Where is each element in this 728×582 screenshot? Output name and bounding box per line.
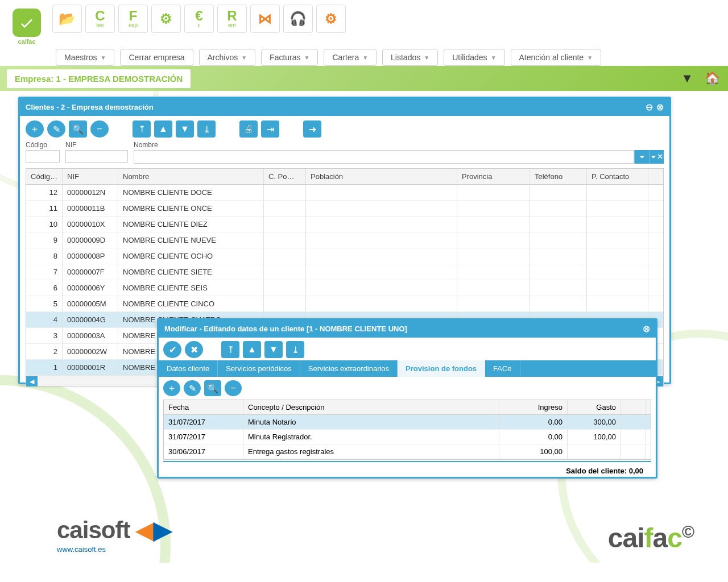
modal-last-button[interactable]: ⤓ (286, 341, 304, 358)
top-icon-4[interactable]: €c (184, 5, 214, 33)
tab-provision-de-fondos[interactable]: Provision de fondos (398, 360, 485, 377)
tab-servicios-periódicos[interactable]: Servicios periódicos (218, 360, 300, 377)
table-row[interactable]: 800000008PNOMBRE CLIENTE OCHO (26, 248, 663, 264)
col-header[interactable]: Nombre (118, 169, 264, 184)
filter-button[interactable]: ⏷ (634, 150, 649, 164)
col-header[interactable]: Población (306, 169, 457, 184)
table-row[interactable]: 600000006YNOMBRE CLIENTE SEIS (26, 280, 663, 296)
nombre-input[interactable] (134, 150, 634, 164)
inner-col-header[interactable]: Gasto (568, 400, 621, 414)
inner-table-row[interactable]: 30/06/2017Entrega gastos registrales100,… (164, 444, 651, 459)
edit-button[interactable]: ✎ (47, 120, 65, 138)
col-header[interactable]: Provincia (457, 169, 530, 184)
menu-cartera[interactable]: Cartera▼ (324, 49, 377, 66)
clear-filter-button[interactable]: ⏷✕ (649, 150, 664, 164)
tab-face[interactable]: FACe (485, 360, 520, 377)
tab-servicios-extraordinarios[interactable]: Servicios extraordinarios (300, 360, 398, 377)
top-icon-3[interactable]: ⚙ (151, 5, 181, 33)
app-logo: caifac (5, 5, 49, 49)
caisoft-logo: caisoft ◀▶ www.caisoft.es (57, 516, 171, 554)
modal-prev-button[interactable]: ▲ (243, 341, 261, 358)
modal-first-button[interactable]: ⤒ (221, 341, 239, 358)
print-button[interactable]: 🖨 (239, 120, 258, 138)
saldo-label: Saldo del cliente: 0,00 (163, 461, 651, 480)
close-icon[interactable]: ⊗ (656, 102, 664, 113)
top-icon-1[interactable]: Ctes (85, 5, 115, 33)
modal-search-button[interactable]: 🔍 (204, 380, 221, 396)
codigo-input[interactable] (26, 150, 60, 163)
modal-add-button[interactable]: ＋ (163, 380, 180, 396)
prev-button[interactable]: ▲ (154, 120, 172, 138)
menu-utilidades[interactable]: Utilidades▼ (444, 49, 504, 66)
table-row[interactable]: 500000005MNOMBRE CLIENTE CINCO (26, 296, 663, 312)
nif-label: NIF (65, 141, 128, 149)
inner-col-header[interactable]: Ingreso (499, 400, 568, 414)
inner-table-row[interactable]: 31/07/2017Minuta Notario0,00300,00 (164, 415, 651, 430)
col-header[interactable]: P. Contacto (587, 169, 648, 184)
table-row[interactable]: 700000007FNOMBRE CLIENTE SIETE (26, 264, 663, 280)
dropdown-icon[interactable]: ▼ (681, 71, 693, 86)
table-row[interactable]: 1100000011BNOMBRE CLIENTE ONCE (26, 201, 663, 217)
table-row[interactable]: 1000000010XNOMBRE CLIENTE DIEZ (26, 217, 663, 232)
table-row[interactable]: 900000009DNOMBRE CLIENTE NUEVE (26, 232, 663, 248)
cancel-button[interactable]: ✖ (185, 341, 203, 358)
nif-input[interactable] (65, 150, 128, 163)
search-button[interactable]: 🔍 (69, 120, 87, 138)
top-icon-8[interactable]: ⚙ (316, 5, 346, 33)
inner-col-header[interactable]: Fecha (164, 400, 243, 414)
modal-edit-button[interactable]: ✎ (184, 380, 201, 396)
modal-delete-button[interactable]: − (225, 380, 242, 396)
modal-title: Modificar - Editando datos de un cliente… (164, 325, 407, 333)
minimize-icon[interactable]: ⊖ (646, 102, 653, 113)
menu-maestros[interactable]: Maestros▼ (56, 49, 114, 66)
top-icon-5[interactable]: Rem (217, 5, 247, 33)
next-button[interactable]: ▼ (176, 120, 194, 138)
export-button[interactable]: ➜ (303, 120, 321, 138)
modal-close-icon[interactable]: ⊗ (643, 323, 650, 334)
edit-client-window: Modificar - Editando datos de un cliente… (157, 318, 657, 479)
export-excel-button[interactable]: ⇥ (261, 120, 279, 138)
last-button[interactable]: ⤓ (197, 120, 216, 138)
home-icon[interactable]: 🏠 (705, 71, 720, 86)
top-icon-2[interactable]: Fexp (118, 5, 148, 33)
codigo-label: Código (26, 141, 60, 149)
menu-listados[interactable]: Listados▼ (382, 49, 438, 66)
inner-table-row[interactable]: 31/07/2017Minuta Registrador.0,00100,00 (164, 430, 651, 444)
scroll-left-icon[interactable]: ◀ (26, 376, 38, 386)
col-header[interactable]: Códig… (26, 169, 63, 184)
empresa-label: Empresa: 1 - EMPRESA DEMOSTRACIÓN (7, 69, 191, 88)
caifac-logo: caifac© (608, 522, 694, 554)
col-header[interactable]: Teléfono (530, 169, 587, 184)
menu-archivos[interactable]: Archivos▼ (199, 49, 256, 66)
menu-atención-al-cliente[interactable]: Atención al cliente▼ (511, 49, 602, 66)
top-icon-6[interactable]: ⋈ (250, 5, 280, 33)
tab-datos-cliente[interactable]: Datos cliente (159, 360, 218, 377)
confirm-button[interactable]: ✔ (163, 341, 181, 358)
top-icon-7[interactable]: 🎧 (283, 5, 313, 33)
menu-cerrar-empresa[interactable]: Cerrar empresa (120, 49, 193, 66)
col-header[interactable]: NIF (63, 169, 118, 184)
add-button[interactable]: ＋ (26, 120, 44, 138)
menu-facturas[interactable]: Facturas▼ (261, 49, 318, 66)
inner-col-header[interactable]: Concepto / Descripción (243, 400, 499, 414)
nombre-label: Nombre (134, 141, 664, 149)
top-icon-0[interactable]: 📂 (52, 5, 82, 33)
first-button[interactable]: ⤒ (133, 120, 151, 138)
modal-next-button[interactable]: ▼ (264, 341, 283, 358)
window-title: Clientes - 2 - Empresa demostración (26, 103, 154, 111)
table-row[interactable]: 1200000012NNOMBRE CLIENTE DOCE (26, 185, 663, 201)
col-header[interactable]: C. Po… (264, 169, 306, 184)
delete-button[interactable]: − (90, 120, 109, 138)
